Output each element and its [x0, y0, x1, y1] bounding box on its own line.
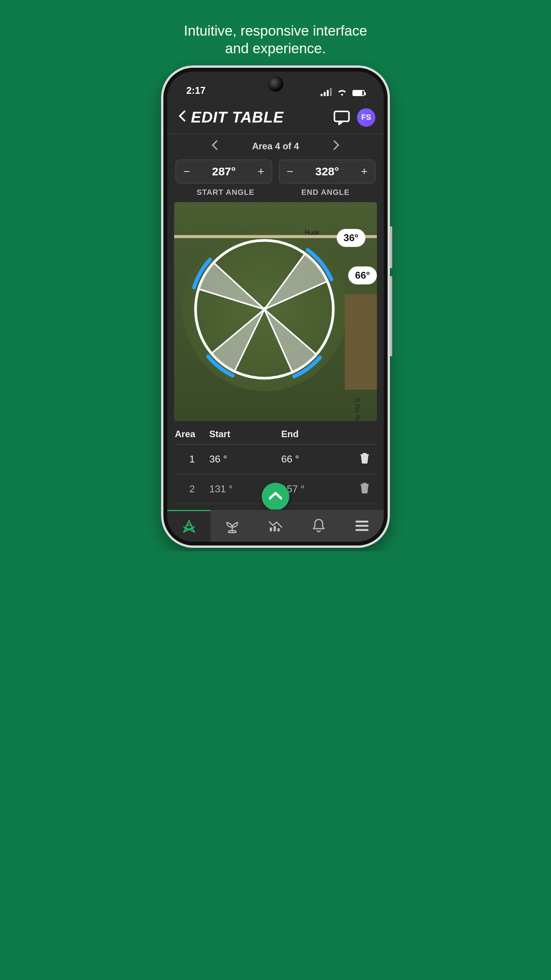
col-end: End	[281, 429, 353, 439]
promo-line-1: Intuitive, responsive interface	[184, 22, 367, 40]
end-angle-label: END ANGLE	[276, 188, 375, 197]
promo-text: Intuitive, responsive interface and expe…	[184, 22, 367, 58]
angle-badge[interactable]: 66°	[348, 266, 377, 284]
chat-button[interactable]	[333, 109, 350, 126]
area-next-button[interactable]	[333, 140, 339, 153]
start-angle-label: START ANGLE	[176, 188, 276, 197]
chart-icon	[267, 518, 284, 533]
menu-icon	[355, 521, 368, 531]
area-label: Area 4 of 4	[252, 141, 299, 152]
svg-rect-0	[334, 111, 349, 121]
tab-alerts[interactable]	[297, 510, 341, 542]
area-selector: Area 4 of 4	[167, 134, 384, 157]
phone-frame: 2:17 EDIT TABLE	[161, 65, 390, 548]
angle-badge[interactable]: 36°	[337, 229, 365, 247]
front-camera	[268, 76, 283, 91]
seedling-icon	[225, 518, 240, 533]
phone-side-button	[390, 226, 392, 268]
status-time: 2:17	[186, 85, 205, 96]
cell-start: 36 °	[209, 453, 281, 465]
angle-table: Area Start End 1 36 ° 66 ° 2 131 ° 157	[167, 421, 384, 510]
page-title: EDIT TABLE	[191, 109, 284, 126]
bell-icon	[312, 518, 326, 533]
area-prev-button[interactable]	[212, 140, 218, 153]
cell-end: 66 °	[281, 453, 353, 465]
svg-rect-12	[270, 528, 272, 531]
row-delete-button[interactable]	[353, 452, 376, 466]
cell-end: 157 °	[281, 483, 353, 495]
expand-table-button[interactable]	[262, 483, 289, 510]
user-avatar[interactable]: FS	[357, 108, 375, 127]
svg-rect-13	[274, 526, 276, 531]
svg-rect-14	[277, 528, 280, 531]
col-start: Start	[209, 429, 281, 439]
battery-icon	[352, 90, 365, 96]
app-header: EDIT TABLE FS	[167, 99, 384, 134]
stepper-labels: START ANGLE END ANGLE	[167, 186, 384, 202]
start-angle-stepper: − 287° +	[176, 160, 272, 183]
angle-steppers: − 287° + − 328° +	[167, 157, 384, 186]
status-icons	[321, 88, 365, 96]
end-angle-stepper: − 328° +	[279, 160, 375, 183]
col-area: Area	[175, 429, 209, 439]
tab-reports[interactable]	[254, 510, 297, 542]
start-angle-increment[interactable]: +	[250, 160, 272, 183]
wifi-icon	[337, 88, 347, 96]
end-angle-increment[interactable]: +	[354, 160, 375, 183]
phone-inner: 2:17 EDIT TABLE	[163, 68, 388, 546]
end-angle-value[interactable]: 328°	[301, 165, 354, 178]
promo-line-2: and experience.	[184, 40, 367, 57]
row-delete-button[interactable]	[353, 482, 376, 496]
pivot-tower-icon	[181, 519, 197, 534]
tab-crops[interactable]	[210, 510, 254, 542]
cellular-icon	[321, 88, 332, 96]
avatar-initials: FS	[361, 113, 371, 122]
pivot-map[interactable]: Husk Schauppsville Rd S	[174, 202, 377, 421]
back-button[interactable]	[176, 110, 189, 125]
tab-pivots[interactable]	[167, 510, 210, 542]
phone-side-button	[390, 276, 392, 356]
bottom-nav	[167, 510, 384, 542]
app-screen: 2:17 EDIT TABLE	[167, 72, 384, 542]
table-header: Area Start End	[175, 429, 376, 444]
chevron-up-icon	[269, 492, 282, 500]
start-angle-decrement[interactable]: −	[176, 160, 197, 183]
tab-menu[interactable]	[341, 510, 384, 542]
svg-point-10	[262, 307, 267, 312]
start-angle-value[interactable]: 287°	[197, 165, 250, 178]
table-row[interactable]: 1 36 ° 66 °	[175, 444, 376, 474]
end-angle-decrement[interactable]: −	[279, 160, 301, 183]
cell-area: 2	[175, 483, 209, 495]
cell-area: 1	[175, 453, 209, 465]
